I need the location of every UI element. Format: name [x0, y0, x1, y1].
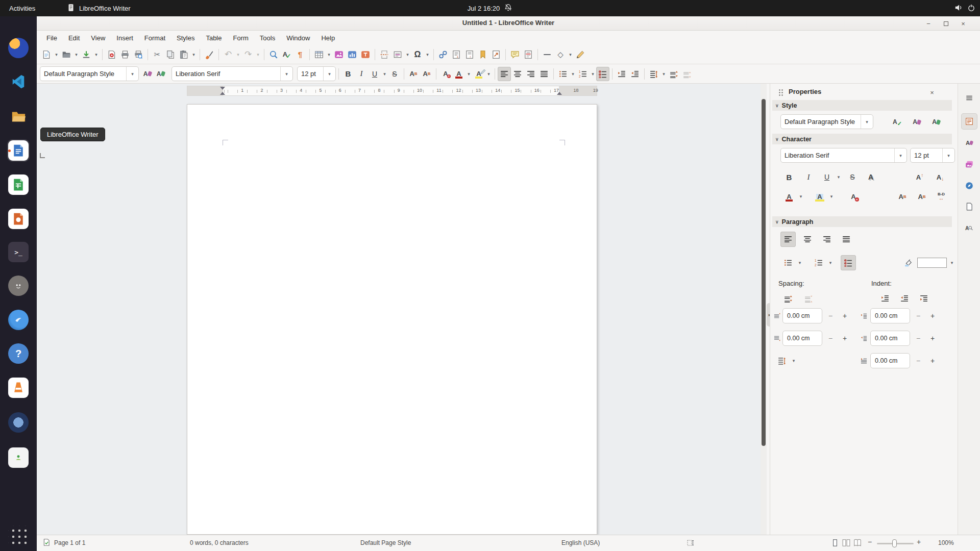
subscript-icon[interactable]: AB [420, 67, 433, 81]
clone-formatting-icon[interactable] [203, 47, 216, 62]
background-color-dropdown[interactable]: ▾ [948, 255, 956, 270]
single-page-view-icon[interactable] [831, 539, 839, 548]
numbered-list-dropdown[interactable]: ▾ [826, 255, 835, 270]
tab-navigator[interactable] [961, 178, 977, 194]
save-status-icon[interactable] [42, 538, 51, 548]
align-right-icon[interactable] [524, 67, 537, 81]
insert-footnote-icon[interactable]: 1 [450, 47, 463, 62]
menu-format[interactable]: Format [139, 32, 171, 44]
align-left-icon[interactable] [780, 232, 796, 247]
find-replace-icon[interactable] [267, 47, 280, 62]
scrollbar-thumb[interactable] [762, 99, 766, 446]
copy-icon[interactable] [164, 47, 177, 62]
spacing-below-input[interactable]: 0.00 cm [782, 331, 822, 346]
menu-edit[interactable]: Edit [63, 32, 85, 44]
sidebar-paragraph-style-combo[interactable]: Default Paragraph Style▾ [780, 114, 873, 129]
menu-insert[interactable]: Insert [111, 32, 139, 44]
indent-before-decrement[interactable]: − [912, 308, 924, 323]
indent-after-input[interactable]: 0.00 cm [870, 331, 910, 346]
page-count[interactable]: Page 1 of 1 [54, 539, 85, 546]
insert-hyperlink-icon[interactable] [436, 47, 450, 62]
decrease-font-size-icon[interactable]: A↓ [933, 169, 948, 185]
align-right-icon[interactable] [819, 232, 835, 247]
new-document-icon[interactable] [40, 47, 53, 62]
libreoffice-impress-icon[interactable] [7, 208, 30, 230]
text-language[interactable]: English (USA) [561, 539, 600, 546]
indent-first-line-input[interactable]: 0.00 cm [870, 353, 910, 368]
paste-dropdown[interactable]: ▾ [190, 47, 197, 62]
clock-calendar-button[interactable]: Jul 2 16:20 [468, 0, 513, 16]
tab-styles[interactable]: A [961, 135, 977, 151]
superscript-icon[interactable]: AB [895, 189, 910, 204]
numbered-list-icon[interactable]: 12 [811, 255, 826, 270]
terminal-icon[interactable]: >_ [7, 241, 30, 263]
spacing-above-input[interactable]: 0.00 cm [782, 308, 822, 323]
sidebar-font-name-combo[interactable]: Liberation Serif▾ [780, 148, 907, 163]
italic-icon[interactable]: I [355, 67, 368, 81]
indent-before-input[interactable]: 0.00 cm [870, 308, 910, 323]
menu-styles[interactable]: Styles [171, 32, 200, 44]
insert-bookmark-icon[interactable] [476, 47, 489, 62]
track-changes-icon[interactable] [522, 47, 535, 62]
tab-style-inspector[interactable]: A [961, 220, 977, 236]
insert-table-dropdown[interactable]: ▾ [326, 47, 332, 62]
spacing-above-decrement[interactable]: − [824, 308, 837, 323]
subscript-icon[interactable]: AB [914, 189, 929, 204]
shadow-icon[interactable]: A [863, 169, 878, 185]
tab-gallery[interactable] [961, 156, 977, 172]
close-button[interactable]: × [958, 18, 969, 29]
zoom-slider-thumb[interactable] [892, 539, 897, 547]
bullet-list-dropdown[interactable]: ▾ [796, 255, 804, 270]
bold-icon[interactable]: B [341, 67, 355, 81]
paragraph-style-combo[interactable]: Default Paragraph Style▾ [40, 66, 139, 81]
new-style-icon[interactable]: A [909, 114, 924, 130]
horizontal-line-icon[interactable] [541, 47, 554, 62]
menu-file[interactable]: File [41, 32, 63, 44]
insert-page-break-icon[interactable] [378, 47, 391, 62]
undo-dropdown[interactable]: ▾ [235, 47, 241, 62]
strikethrough-icon[interactable]: S [845, 169, 860, 185]
numbered-list-dropdown[interactable]: ▾ [590, 67, 596, 81]
insert-cross-reference-icon[interactable] [489, 47, 503, 62]
redo-dropdown[interactable]: ▾ [255, 47, 261, 62]
chromium-icon[interactable] [7, 411, 30, 434]
maximize-button[interactable] [940, 18, 951, 29]
redo-icon[interactable]: ↷ [241, 47, 255, 62]
font-size-combo[interactable]: 12 pt▾ [297, 66, 336, 81]
insert-comment-icon[interactable] [508, 47, 522, 62]
selection-mode-icon[interactable] [687, 539, 694, 548]
sidebar-drag-grip[interactable] [778, 89, 783, 96]
spelling-icon[interactable]: A✓ [280, 47, 293, 62]
line-spacing-dropdown[interactable]: ▾ [790, 353, 798, 368]
italic-icon[interactable]: I [801, 169, 816, 185]
decrease-indent-icon[interactable] [897, 291, 912, 306]
decrease-indent-icon[interactable] [628, 67, 642, 81]
align-left-icon[interactable] [498, 67, 511, 81]
indent-after-increment[interactable]: + [926, 331, 939, 346]
spacing-above-increment[interactable]: + [839, 308, 851, 323]
underline-icon[interactable]: U [368, 67, 381, 81]
clear-formatting-icon[interactable]: A× [439, 67, 452, 81]
increase-paragraph-spacing-icon[interactable] [780, 291, 796, 306]
zoom-in-button[interactable]: + [917, 538, 921, 546]
font-color-dropdown[interactable]: ▾ [797, 189, 805, 204]
indent-before-increment[interactable]: + [926, 308, 939, 323]
align-center-icon[interactable] [511, 67, 524, 81]
activities-button[interactable]: Activities [5, 0, 39, 16]
hanging-indent-icon[interactable] [916, 291, 932, 306]
formatting-marks-icon[interactable]: ¶ [293, 47, 307, 62]
files-icon[interactable] [7, 105, 30, 128]
bullet-list-icon[interactable] [556, 67, 570, 81]
spacing-below-increment[interactable]: + [839, 331, 851, 346]
highlight-color-dropdown[interactable]: ▾ [827, 189, 836, 204]
increase-font-size-icon[interactable]: A↑ [912, 169, 927, 185]
menu-table[interactable]: Table [200, 32, 227, 44]
increase-indent-icon[interactable] [877, 291, 893, 306]
align-justify-icon[interactable] [537, 67, 551, 81]
tab-properties[interactable] [961, 113, 977, 130]
libreoffice-writer-icon[interactable] [7, 139, 30, 162]
libreoffice-calc-icon[interactable] [7, 173, 30, 196]
bullet-list-icon[interactable] [780, 255, 796, 270]
system-status-area[interactable] [954, 0, 976, 16]
new-document-dropdown[interactable]: ▾ [53, 47, 60, 62]
